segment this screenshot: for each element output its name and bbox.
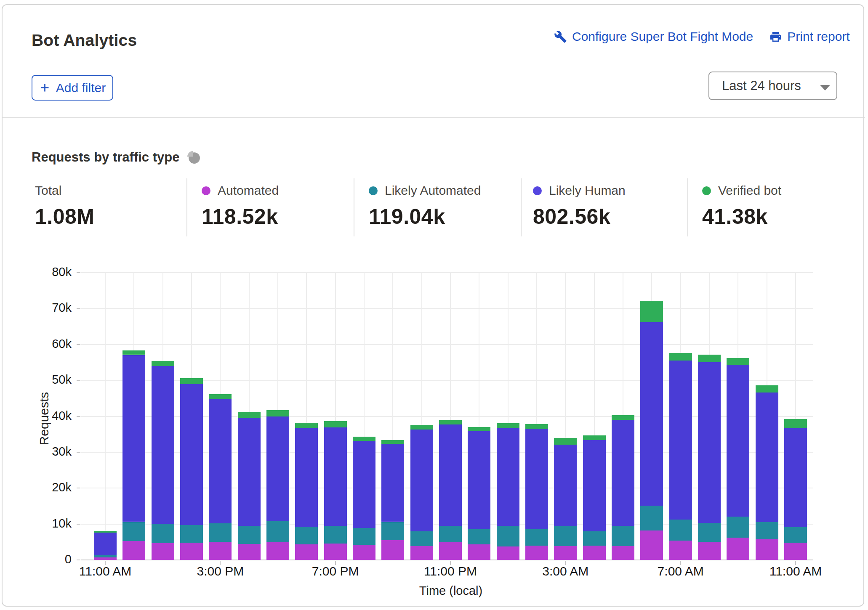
y-tick [77,524,80,525]
x-tick-label: 11:00 AM [745,564,846,578]
bar-segment-likely-human [94,533,117,555]
x-tick-label: 7:00 PM [285,564,386,578]
y-tick-label: 80k [17,265,72,279]
bar-segment-likely-human [525,429,548,530]
bar-segment-automated [266,542,289,560]
x-tick-label: 3:00 AM [515,564,616,578]
bar-segment-likely-automated [238,526,261,544]
bar-segment-automated [439,542,462,560]
y-tick [77,272,80,273]
bar-segment-likely-human [784,428,807,528]
y-tick [77,452,80,453]
bar-segment-verified-bot [612,415,634,420]
bar-segment-verified-bot [152,361,174,366]
x-tick-label: 7:00 AM [630,564,731,578]
bar-segment-likely-automated [554,526,577,546]
bar-segment-likely-human [468,431,490,529]
bar-segment-automated [727,538,749,560]
bar-segment-automated [640,530,663,560]
bar-segment-automated [152,543,174,560]
bar-segment-verified-bot [266,410,289,416]
bar-segment-verified-bot [727,358,749,365]
bar-segment-likely-human [381,444,404,522]
bar-segment-likely-human [439,424,462,526]
bar-segment-verified-bot [554,438,577,445]
bar-segment-automated [353,545,375,560]
x-tick-label: 3:00 PM [170,564,271,578]
y-tick-label: 10k [17,517,72,530]
y-tick [77,560,80,560]
bar-segment-likely-human [266,416,289,521]
bar-segment-likely-automated [525,529,548,545]
bar-segment-automated [497,546,519,560]
bar-segment-verified-bot [180,378,203,384]
bar-segment-likely-human [583,440,606,531]
bar-segment-verified-bot [410,425,433,430]
bar-segment-automated [554,546,577,560]
bar-segment-automated [324,544,347,560]
h-gridline [81,308,813,309]
bar-segment-likely-human [727,365,749,516]
y-tick-label: 20k [17,480,72,494]
bar-segment-automated [468,544,490,560]
bar-segment-verified-bot [525,424,548,428]
bar-segment-verified-bot [324,421,347,427]
x-axis-title: Time (local) [400,584,501,598]
bar-segment-verified-bot [468,427,490,431]
bar-segment-verified-bot [353,437,375,441]
bar-segment-verified-bot [698,355,721,363]
bar-segment-likely-human [122,355,145,522]
bar-segment-automated [583,546,606,560]
bar-segment-likely-automated [669,520,692,541]
bar-segment-automated [612,546,634,560]
bar-segment-automated [669,541,692,560]
bar-segment-automated [238,544,261,560]
bar-segment-verified-bot [295,423,318,428]
bar-segment-likely-human [554,445,577,526]
bar-segment-likely-automated [324,526,347,544]
bar-segment-likely-automated [94,555,117,557]
bar-segment-automated [698,542,721,560]
bar-segment-verified-bot [238,412,261,418]
bar-segment-likely-human [295,428,318,527]
y-tick [77,416,80,417]
bar-segment-likely-human [497,428,519,526]
y-tick [77,488,80,488]
y-tick [77,380,80,381]
bar-segment-likely-human [669,361,692,520]
bar-segment-likely-human [640,322,663,506]
bar-segment-verified-bot [640,301,663,322]
bar-segment-likely-human [698,362,721,523]
bar-segment-likely-human [152,366,174,524]
bar-segment-likely-automated [583,531,606,546]
bar-segment-verified-bot [381,440,404,444]
bar-segment-verified-bot [756,385,778,393]
bar-segment-automated [209,542,232,560]
bar-segment-likely-automated [612,526,634,546]
bar-segment-likely-automated [266,521,289,542]
bar-segment-automated [94,557,117,560]
bar-segment-likely-automated [497,526,519,547]
bar-segment-verified-bot [439,420,462,424]
bar-segment-likely-automated [439,526,462,542]
bar-segment-likely-automated [468,529,490,544]
bar-segment-likely-automated [180,525,203,543]
y-tick-label: 60k [17,337,72,351]
bar-segment-likely-human [238,418,261,526]
bar-segment-likely-human [612,420,634,526]
bar-segment-automated [180,543,203,560]
bar-segment-automated [381,540,404,560]
bar-segment-verified-bot [784,419,807,428]
bar-segment-verified-bot [94,531,117,533]
bar-segment-automated [295,544,318,560]
bar-segment-likely-automated [640,506,663,530]
bar-segment-verified-bot [122,350,145,355]
y-axis-title: Requests [37,364,51,473]
bar-segment-likely-human [324,427,347,526]
y-tick-label: 70k [17,301,72,315]
bar-segment-likely-automated [756,522,778,539]
bar-segment-automated [756,539,778,560]
bar-segment-likely-human [180,384,203,525]
bar-segment-automated [525,546,548,560]
requests-by-traffic-type-chart: 010k20k30k40k50k60k70k80k11:00 AM3:00 PM… [0,0,868,610]
